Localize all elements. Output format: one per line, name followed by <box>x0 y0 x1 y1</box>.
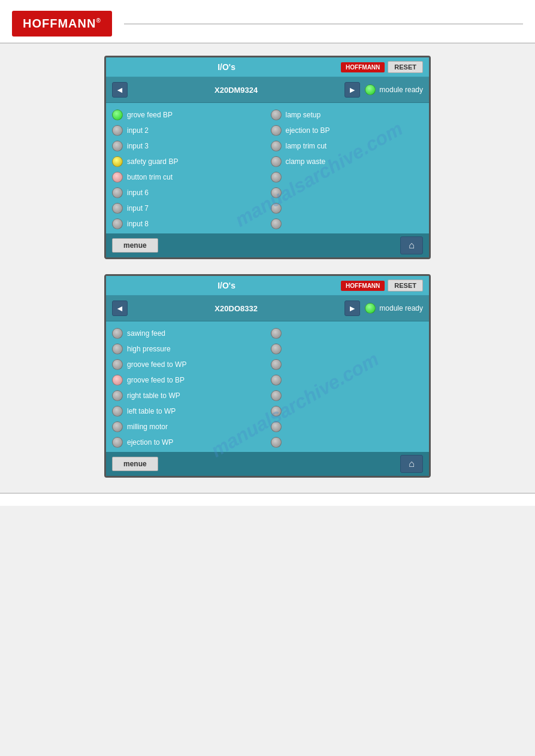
io-led <box>271 359 282 370</box>
io-led <box>112 344 123 354</box>
screen1-module-name: X20DM9324 <box>132 86 340 95</box>
screen1-topbar: I/O's HOFFMANN RESET <box>106 57 429 77</box>
list-item: safety guard BP <box>112 154 265 169</box>
io-label: lamp trim cut <box>286 142 327 150</box>
list-item: sawing feed <box>112 326 265 341</box>
screen1-title: I/O's <box>112 62 341 72</box>
list-item: input 6 <box>112 186 265 200</box>
screen2-bottombar: menue ⌂ <box>106 452 429 476</box>
io-label: groove feed to BP <box>127 376 185 384</box>
header-divider <box>124 23 523 25</box>
list-item: left table to WP <box>112 404 265 418</box>
screen2-title: I/O's <box>112 281 341 290</box>
home-icon: ⌂ <box>409 240 415 251</box>
list-item <box>271 326 424 341</box>
io-led <box>112 172 123 183</box>
list-item <box>271 170 424 184</box>
list-item <box>271 373 424 387</box>
io-led <box>271 437 282 448</box>
io-led <box>271 328 282 339</box>
io-led <box>112 421 123 432</box>
io-label: clamp waste <box>286 157 326 166</box>
list-item <box>271 420 424 434</box>
io-label: button trim cut <box>127 173 173 181</box>
list-item: milling motor <box>112 420 265 434</box>
hoffmann-logo: HOFFMANN <box>12 11 112 37</box>
io-led <box>112 141 123 151</box>
page-footer <box>0 493 535 506</box>
io-led <box>112 375 123 385</box>
io-led <box>271 203 282 214</box>
screen2-wrapper: I/O's HOFFMANN RESET ◄ X20DO8332 ► modul… <box>0 274 535 478</box>
screen1-module-status: module ready <box>365 84 423 95</box>
page-header: HOFFMANN <box>0 0 535 44</box>
screen1-next-button[interactable]: ► <box>344 82 360 98</box>
list-item: lamp setup <box>271 108 424 122</box>
screen1-menue-button[interactable]: menue <box>112 238 158 253</box>
screen1-prev-button[interactable]: ◄ <box>112 82 128 98</box>
io-led <box>112 156 123 167</box>
io-led <box>271 406 282 417</box>
screen1-status-led <box>365 84 376 95</box>
list-item <box>271 186 424 200</box>
io-led <box>112 125 123 136</box>
list-item: right table to WP <box>112 388 265 403</box>
screen1-reset-button[interactable]: RESET <box>388 61 423 73</box>
io-led <box>112 390 123 401</box>
io-label: input 3 <box>127 142 149 150</box>
io-led <box>271 141 282 151</box>
list-item: ejection to WP <box>112 435 265 450</box>
io-led <box>271 187 282 198</box>
screen2-prev-button[interactable]: ◄ <box>112 300 128 316</box>
io-label: left table to WP <box>127 407 176 415</box>
io-led <box>271 344 282 354</box>
screen2-module-name: X20DO8332 <box>132 304 340 313</box>
screen2-menue-button[interactable]: menue <box>112 457 158 471</box>
io-label: groove feed to WP <box>127 360 186 369</box>
list-item <box>271 342 424 356</box>
screen1-home-button[interactable]: ⌂ <box>400 236 423 254</box>
io-label: ejection to BP <box>286 126 330 135</box>
io-label: right table to WP <box>127 391 180 400</box>
screen1-bottombar: menue ⌂ <box>106 233 429 257</box>
io-led <box>112 406 123 417</box>
screen1-hoffmann-badge: HOFFMANN <box>341 62 385 72</box>
screen2-module-row: ◄ X20DO8332 ► module ready <box>106 296 429 321</box>
io-label: high pressure <box>127 345 171 353</box>
io-led <box>112 359 123 370</box>
screen1-wrapper: I/O's HOFFMANN RESET ◄ X20DM9324 ► modul… <box>0 56 535 259</box>
home-icon: ⌂ <box>409 459 415 469</box>
list-item: input 8 <box>112 217 265 231</box>
io-led <box>112 110 123 120</box>
io-led <box>112 328 123 339</box>
screen2-status-led <box>365 303 376 314</box>
screen1-container: I/O's HOFFMANN RESET ◄ X20DM9324 ► modul… <box>104 56 431 259</box>
screen2-home-button[interactable]: ⌂ <box>400 455 423 473</box>
list-item <box>271 388 424 403</box>
list-item <box>271 201 424 215</box>
io-led <box>112 437 123 448</box>
screen2-next-button[interactable]: ► <box>344 300 360 316</box>
io-label: safety guard BP <box>127 157 178 166</box>
list-item: input 3 <box>112 139 265 153</box>
list-item: high pressure <box>112 342 265 356</box>
screen1-io-body: grove feed BP lamp setup input 2 ejectio… <box>106 103 429 233</box>
list-item <box>271 217 424 231</box>
list-item: grove feed BP <box>112 108 265 122</box>
list-item: groove feed to WP <box>112 357 265 372</box>
list-item <box>271 404 424 418</box>
screen1: I/O's HOFFMANN RESET ◄ X20DM9324 ► modul… <box>104 56 431 259</box>
screen2: I/O's HOFFMANN RESET ◄ X20DO8332 ► modul… <box>104 274 431 478</box>
io-led <box>271 156 282 167</box>
io-led <box>271 421 282 432</box>
io-label: input 8 <box>127 220 149 228</box>
screen2-reset-button[interactable]: RESET <box>388 280 423 292</box>
io-led <box>271 125 282 136</box>
io-label: milling motor <box>127 423 168 431</box>
list-item: groove feed to BP <box>112 373 265 387</box>
screen2-io-body: sawing feed high pressure groove f <box>106 321 429 452</box>
list-item: clamp waste <box>271 154 424 169</box>
io-label: input 2 <box>127 126 149 135</box>
screen2-module-status: module ready <box>365 303 423 314</box>
list-item <box>271 357 424 372</box>
